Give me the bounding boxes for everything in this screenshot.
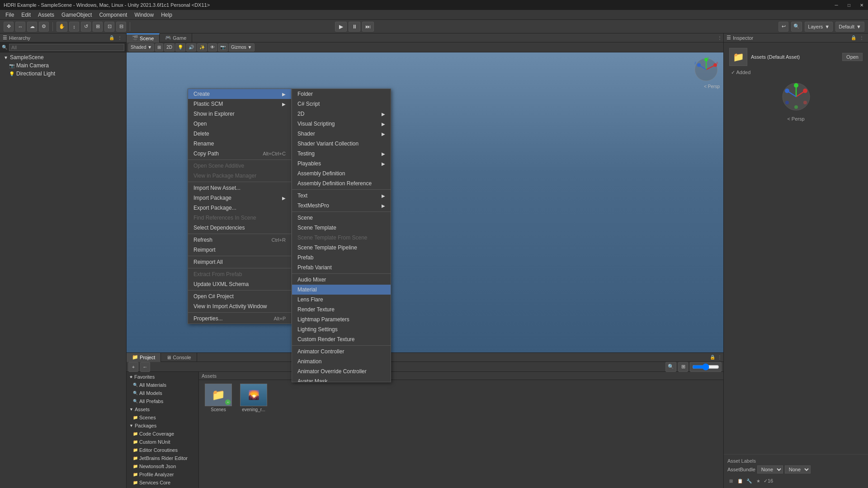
file-evening[interactable]: 🌄 evening_r... [238,384,269,412]
menu-open[interactable]: Open [188,119,291,129]
hierarchy-item-samplescene[interactable]: ▼ SampleScene [0,53,126,61]
create-2d[interactable]: 2D ▶ [292,109,391,119]
menu-gameobject[interactable]: GameObject [58,11,95,19]
create-custom-render-texture[interactable]: Custom Render Texture [292,334,391,344]
project-zoom-slider[interactable] [692,364,719,370]
toolbar-rotate[interactable]: ↺ [81,22,91,32]
create-avatar-mask[interactable]: Avatar Mask [292,376,391,382]
create-scene-template-pipeline[interactable]: Scene Template Pipeline [292,243,391,253]
file-scenes[interactable]: 📁 + Scenes [203,384,234,412]
inspector-toolbar-icon2[interactable]: 📋 [736,477,744,484]
shading-dropdown[interactable]: Shaded ▼ [128,43,154,52]
project-search-btn[interactable]: 🔍 [665,362,676,372]
create-animator-controller[interactable]: Animator Controller [292,347,391,357]
sidebar-services-core[interactable]: 📁Services Core [127,479,198,487]
menu-window[interactable]: Window [131,11,157,19]
layers-dropdown[interactable]: Layers ▼ [805,22,833,32]
sidebar-newtonsoft[interactable]: 📁Newtonsoft Json [127,462,198,470]
hierarchy-more-icon[interactable]: ⋮ [116,34,123,42]
create-lighting-settings[interactable]: Lighting Settings [292,324,391,334]
fx-btn[interactable]: ✨ [197,43,207,52]
sidebar-scenes[interactable]: 📁Scenes [127,413,198,422]
inspector-more-icon[interactable]: ⋮ [858,34,865,42]
hierarchy-lock-icon[interactable]: 🔒 [108,34,115,42]
menu-properties[interactable]: Properties... Alt+P [188,314,291,324]
layout-dropdown[interactable]: Default ▼ [835,22,864,32]
menu-select-deps[interactable]: Select Dependencies [188,223,291,233]
create-visual-scripting[interactable]: Visual Scripting ▶ [292,119,391,129]
inspector-lock-icon[interactable]: 🔒 [850,34,857,42]
scene-vis-btn[interactable]: 👁 [208,43,217,52]
gizmos-btn[interactable]: Gizmos ▼ [229,43,255,52]
hierarchy-item-maincamera[interactable]: 📷 Main Camera [0,61,126,70]
toolbar-transform1[interactable]: ✥ [4,22,14,32]
undo-history-btn[interactable]: ↩ [778,22,788,32]
menu-plastic-scm[interactable]: Plastic SCM ▶ [188,99,291,109]
menu-show-explorer[interactable]: Show in Explorer [188,109,291,119]
create-csharp[interactable]: C# Script [292,99,391,109]
sidebar-all-prefabs[interactable]: 🔍All Prefabs [127,397,198,405]
create-render-texture[interactable]: Render Texture [292,305,391,314]
tab-console[interactable]: 🖥 Console [161,353,197,362]
search-toolbar-btn[interactable]: 🔍 [791,22,802,32]
sidebar-all-materials[interactable]: 🔍All Materials [127,381,198,389]
tab-project[interactable]: 📁 Project [127,353,161,362]
sidebar-jetbrains[interactable]: 📁JetBrains Rider Editor [127,454,198,462]
menu-help[interactable]: Help [157,11,176,19]
sidebar-packages[interactable]: ▼Packages [127,422,198,430]
hierarchy-item-dirlight[interactable]: 💡 Directional Light [0,70,126,78]
create-playables[interactable]: Playables ▶ [292,159,391,169]
sidebar-assets[interactable]: ▼Assets [127,405,198,413]
toolbar-transform2[interactable]: ↔ [15,22,25,32]
toolbar-hand[interactable]: ✋ [57,22,67,32]
tab-scene[interactable]: 🎬 Scene [127,33,160,42]
inspector-open-button[interactable]: Open [842,53,863,61]
audio-btn[interactable]: 🔊 [186,43,196,52]
toolbar-scale[interactable]: ⊞ [93,22,103,32]
toolbar-cloud[interactable]: ☁ [27,22,37,32]
menu-copy-path[interactable]: Copy Path Alt+Ctrl+C [188,149,291,159]
create-assembly-def[interactable]: Assembly Definition [292,169,391,178]
project-back-btn[interactable]: ← [140,362,150,372]
menu-view-import-activity[interactable]: View in Import Activity Window [188,301,291,311]
create-audio-mixer[interactable]: Audio Mixer [292,275,391,285]
menu-rename[interactable]: Rename [188,139,291,149]
menu-assets[interactable]: Assets [34,11,58,19]
menu-import-package[interactable]: Import Package ▶ [188,193,291,203]
menu-component[interactable]: Component [95,11,131,19]
minimize-button[interactable]: ─ [830,0,843,10]
bottom-more-icon[interactable]: ⋮ [716,354,723,361]
scene-more-icon[interactable]: ⋮ [716,34,723,42]
inspector-toolbar-icon4[interactable]: ★ [755,477,762,484]
menu-reimport-all[interactable]: Reimport All [188,257,291,267]
create-testing[interactable]: Testing ▶ [292,149,391,159]
menu-create[interactable]: Create ▶ [188,89,291,99]
create-prefab-variant[interactable]: Prefab Variant [292,263,391,272]
2d-btn[interactable]: 2D [164,43,175,52]
pause-button[interactable]: ⏸ [349,22,360,32]
asset-bundle-dropdown1[interactable]: None [757,465,783,474]
create-folder[interactable]: Folder [292,89,391,99]
play-button[interactable]: ▶ [335,22,347,32]
light-btn[interactable]: 💡 [175,43,185,52]
asset-bundle-dropdown2[interactable]: None [785,465,811,474]
menu-import-asset[interactable]: Import New Asset... [188,183,291,193]
sidebar-custom-nunit[interactable]: 📁Custom NUnit [127,438,198,446]
menu-edit[interactable]: Edit [18,11,34,19]
step-button[interactable]: ⏭ [362,22,374,32]
sidebar-favorites[interactable]: ★Favorites [127,373,198,381]
tab-game[interactable]: 🎮 Game [160,33,192,42]
sidebar-code-coverage[interactable]: 📁Code Coverage [127,430,198,438]
create-lightmap-params[interactable]: Lightmap Parameters [292,314,391,324]
scene-camera-btn[interactable]: 📷 [218,43,228,52]
menu-update-uxml[interactable]: Update UXML Schema [188,279,291,289]
sidebar-all-models[interactable]: 🔍All Models [127,389,198,397]
create-scene[interactable]: Scene [292,213,391,223]
create-shader-variant[interactable]: Shader Variant Collection [292,139,391,149]
sidebar-editor-coroutines[interactable]: 📁Editor Coroutines [127,446,198,454]
toolbar-rect[interactable]: ⊡ [104,22,114,32]
menu-open-csharp[interactable]: Open C# Project [188,291,291,301]
project-view-btn[interactable]: ⊞ [678,362,688,372]
maximize-button[interactable]: □ [843,0,855,10]
toolbar-multi[interactable]: ⊟ [116,22,126,32]
